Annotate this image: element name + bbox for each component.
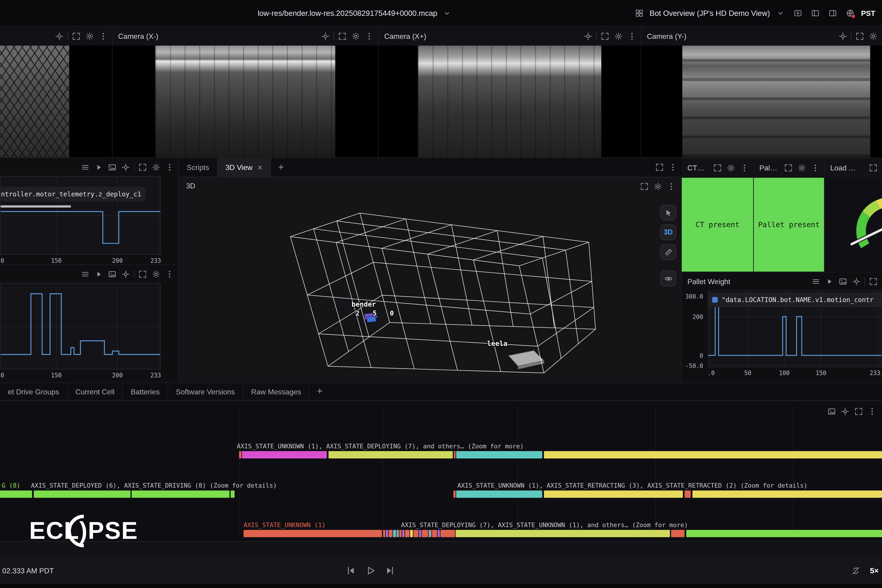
gridline bbox=[382, 406, 383, 537]
gear-icon[interactable] bbox=[150, 160, 162, 173]
snapshot-icon[interactable] bbox=[106, 267, 118, 280]
snapshot-icon[interactable] bbox=[106, 160, 118, 173]
fullscreen-icon[interactable] bbox=[867, 162, 880, 174]
gear-icon[interactable] bbox=[83, 30, 96, 42]
kebab-menu-icon[interactable] bbox=[809, 162, 822, 174]
gear-icon[interactable] bbox=[350, 30, 362, 42]
x-tick: 0.0 bbox=[708, 370, 715, 376]
legend-toggle-icon[interactable] bbox=[79, 267, 92, 280]
panel-header: Camera (Y-) bbox=[641, 26, 882, 45]
plot-chart[interactable] bbox=[0, 283, 161, 370]
x-tick: 150 bbox=[51, 372, 62, 378]
chevron-down-icon[interactable] bbox=[774, 6, 787, 19]
fullscreen-icon[interactable] bbox=[598, 30, 611, 42]
three-d-toolbar: 3D bbox=[660, 205, 676, 290]
fit-view-icon[interactable] bbox=[838, 405, 852, 418]
fullscreen-icon[interactable] bbox=[782, 162, 795, 174]
kebab-menu-icon[interactable] bbox=[163, 267, 176, 280]
layout-grid-icon bbox=[633, 6, 646, 19]
camera-mode-button[interactable]: 3D bbox=[660, 224, 676, 240]
fullscreen-icon[interactable] bbox=[853, 30, 866, 42]
layout-selector[interactable]: Bot Overview (JP's HD Demo View) bbox=[633, 6, 787, 19]
connection-status-icon[interactable] bbox=[844, 6, 856, 19]
play-icon[interactable] bbox=[823, 275, 836, 288]
gear-icon[interactable] bbox=[150, 267, 162, 280]
kebab-menu-icon[interactable] bbox=[163, 160, 176, 173]
fullscreen-icon[interactable] bbox=[136, 160, 149, 173]
play-icon[interactable] bbox=[92, 267, 105, 280]
camera-image bbox=[418, 45, 602, 158]
play-button[interactable] bbox=[364, 564, 377, 577]
ruler-icon bbox=[662, 246, 675, 258]
three-d-panel[interactable]: 3D bender 2 5 0 leela 3D bbox=[179, 177, 682, 382]
left-sidebar-toggle-icon[interactable] bbox=[809, 6, 822, 19]
add-tab-button[interactable]: + bbox=[310, 383, 330, 400]
skip-to-start-button[interactable] bbox=[344, 564, 357, 577]
camera-image-area bbox=[378, 45, 640, 158]
tab-raw-messages[interactable]: Raw Messages bbox=[243, 383, 310, 400]
gear-icon[interactable] bbox=[724, 162, 737, 174]
chevron-down-icon[interactable] bbox=[441, 6, 453, 19]
right-sidebar-toggle-icon[interactable] bbox=[826, 6, 839, 19]
fullscreen-icon[interactable] bbox=[852, 405, 865, 418]
fullscreen-icon[interactable] bbox=[336, 30, 349, 42]
series-legend[interactable]: "data.LOCATION.bot.NAME.v1.motion_contr bbox=[708, 292, 882, 307]
gear-icon[interactable] bbox=[612, 30, 625, 42]
kebab-menu-icon[interactable] bbox=[626, 30, 638, 42]
add-tab-button[interactable]: + bbox=[271, 158, 291, 177]
fit-view-icon[interactable] bbox=[582, 30, 594, 42]
fit-view-icon[interactable] bbox=[119, 267, 132, 280]
legend-toggle-icon[interactable] bbox=[809, 275, 822, 288]
timezone-badge[interactable]: PST bbox=[861, 9, 875, 17]
indicator-panel-ct: CT… CT present bbox=[682, 158, 754, 272]
kebab-menu-icon[interactable] bbox=[738, 162, 751, 174]
fullscreen-icon[interactable] bbox=[638, 180, 651, 192]
snapshot-icon[interactable] bbox=[825, 405, 838, 418]
fit-view-icon[interactable] bbox=[119, 160, 132, 173]
state-transitions-panel[interactable]: AXIS_STATE_UNKNOWN (1), AXIS_STATE_DEPLO… bbox=[0, 400, 882, 541]
close-tab-icon[interactable]: × bbox=[258, 163, 262, 172]
tab-3d-view[interactable]: 3D View× bbox=[218, 158, 271, 177]
gear-icon[interactable] bbox=[795, 162, 808, 174]
playback-scrubber[interactable] bbox=[0, 541, 882, 557]
kebab-menu-icon[interactable] bbox=[666, 161, 680, 174]
tab-scripts[interactable]: Scripts bbox=[179, 158, 218, 177]
state-segment bbox=[388, 530, 393, 537]
fit-view-icon[interactable] bbox=[319, 30, 332, 42]
tab-batteries[interactable]: Batteries bbox=[123, 383, 168, 400]
fit-view-icon[interactable] bbox=[837, 30, 849, 42]
skip-to-end-button[interactable] bbox=[384, 564, 396, 577]
kebab-menu-icon[interactable] bbox=[363, 30, 376, 42]
tab-current-cell[interactable]: Current Cell bbox=[68, 383, 123, 400]
gear-icon[interactable] bbox=[867, 30, 880, 42]
fit-view-icon[interactable] bbox=[53, 30, 66, 42]
gear-icon[interactable] bbox=[651, 180, 664, 192]
loop-off-icon[interactable] bbox=[849, 564, 862, 577]
wireframe-line bbox=[308, 262, 373, 295]
fullscreen-icon[interactable] bbox=[711, 162, 724, 174]
panel-header bbox=[0, 26, 112, 45]
fullscreen-icon[interactable] bbox=[653, 161, 666, 174]
fit-view-icon[interactable] bbox=[850, 275, 863, 288]
plot-chart[interactable]: motion_controller.motor_telemetry.z_depl… bbox=[0, 176, 161, 255]
play-icon[interactable] bbox=[92, 160, 105, 173]
kebab-menu-icon[interactable] bbox=[866, 405, 879, 418]
orbit-control-button[interactable] bbox=[660, 271, 676, 286]
gauge-area bbox=[825, 178, 882, 272]
state-segment bbox=[686, 530, 882, 537]
series-legend[interactable]: motion_controller.motor_telemetry.z_depl… bbox=[0, 187, 146, 201]
select-tool-button[interactable] bbox=[660, 205, 676, 220]
add-panel-icon[interactable] bbox=[791, 6, 804, 19]
fullscreen-icon[interactable] bbox=[70, 30, 83, 42]
snapshot-icon[interactable] bbox=[837, 275, 849, 288]
fullscreen-icon[interactable] bbox=[867, 275, 880, 288]
measure-tool-button[interactable] bbox=[660, 244, 676, 260]
playback-speed[interactable]: 5× bbox=[870, 566, 879, 574]
data-source-selector[interactable]: low-res/bender.low-res.20250829175449+00… bbox=[258, 0, 454, 26]
tab-software-versions[interactable]: Software Versions bbox=[168, 383, 243, 400]
legend-toggle-icon[interactable] bbox=[79, 160, 92, 173]
tab-et-drive-groups[interactable]: et Drive Groups bbox=[0, 383, 68, 400]
kebab-menu-icon[interactable] bbox=[665, 180, 678, 192]
kebab-menu-icon[interactable] bbox=[97, 30, 110, 42]
fullscreen-icon[interactable] bbox=[136, 267, 149, 280]
